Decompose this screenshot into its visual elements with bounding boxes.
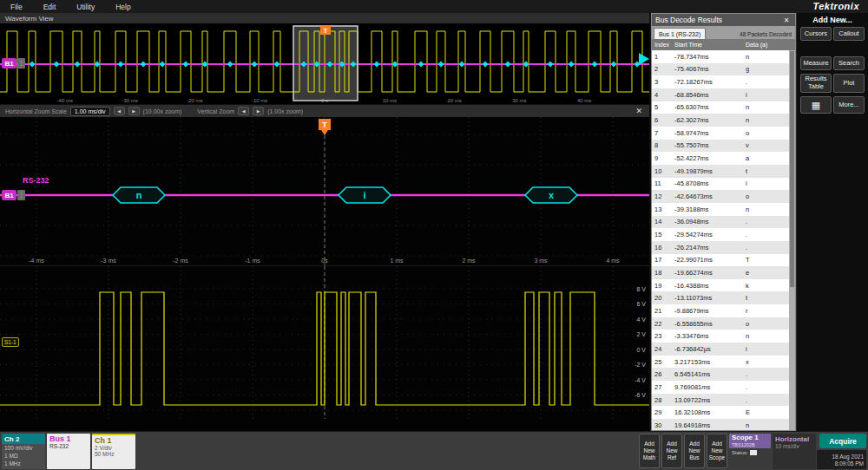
column-data[interactable]: Data (a) xyxy=(746,42,795,48)
decode-row[interactable]: 4-68.8546msi xyxy=(652,88,789,101)
decode-tab-strip: Bus 1 (RS-232) 48 Packets Decoded xyxy=(652,26,795,39)
add-new-math-button[interactable]: AddNewMath xyxy=(639,434,660,468)
cell-data: x xyxy=(746,358,789,366)
decode-row[interactable]: 13-39.3188msn xyxy=(652,203,789,216)
decode-row[interactable]: 3019.64918msn xyxy=(652,419,789,430)
bus1-badge[interactable]: B1 xyxy=(2,190,16,200)
decode-table-header: Index Start Time Data (a) xyxy=(652,39,795,50)
menu-utility[interactable]: Utility xyxy=(66,0,105,13)
decode-row[interactable]: 11-45.8708msi xyxy=(652,178,789,191)
analog-waveform xyxy=(0,292,649,405)
decode-row[interactable]: 21-9.88679msr xyxy=(652,304,789,317)
v-zoom-decrease-button[interactable]: ◀ xyxy=(238,107,249,115)
acquire-button[interactable]: Acquire xyxy=(819,434,866,448)
decode-row[interactable]: 15-29.54274ms. xyxy=(652,228,789,241)
cell-data: T xyxy=(746,256,789,264)
measure-button[interactable]: Measure xyxy=(800,56,832,70)
cell-start-time: 3.217153ms xyxy=(674,358,746,366)
channel-2-badge[interactable]: Ch 2 100 mV/div 1 MΩ 1 MHz xyxy=(2,434,45,469)
decode-row[interactable]: 16-26.2147ms. xyxy=(652,241,789,254)
waveform-flag-icon[interactable] xyxy=(639,53,649,65)
bus1-drag-handle[interactable]: ⋮ xyxy=(17,190,25,200)
cell-index: 8 xyxy=(652,141,674,149)
decode-row[interactable]: 1-78.7347msn xyxy=(652,50,789,63)
cursors-button[interactable]: Cursors xyxy=(800,27,832,41)
decode-row[interactable]: 17-22.99071msT xyxy=(652,254,789,267)
add-new-title: Add New... xyxy=(797,13,868,24)
decode-row[interactable]: 2813.09722ms. xyxy=(652,394,789,407)
bus-decode-view[interactable]: nixT-4 ms-3 ms-2 ms-1 ms0s1 ms2 ms3 ms4 … xyxy=(0,117,649,266)
search-button[interactable]: Search xyxy=(833,56,865,70)
scope-1-badge[interactable]: Scope 1 TBS1202B Status: xyxy=(729,434,771,469)
menu-file[interactable]: File xyxy=(0,0,33,13)
bus-1-badge[interactable]: Bus 1 RS-232 xyxy=(47,434,90,469)
decode-row[interactable]: 19-16.4388msk xyxy=(652,279,789,292)
zoom-close-icon[interactable]: ✕ xyxy=(635,107,644,115)
decode-row[interactable]: 2-75.4067msg xyxy=(652,63,789,76)
decode-row[interactable]: 6-62.3027msn xyxy=(652,114,789,127)
decode-scrollbar[interactable] xyxy=(789,50,795,430)
close-icon[interactable]: ✕ xyxy=(781,16,792,24)
bus1-badge-overview[interactable]: B1 xyxy=(2,58,16,69)
decode-row[interactable]: 18-19.66274mse xyxy=(652,266,789,279)
cell-data: i xyxy=(746,91,789,99)
cell-index: 1 xyxy=(652,53,674,61)
decode-row[interactable]: 266.545141ms. xyxy=(652,368,789,381)
cell-index: 7 xyxy=(652,129,674,137)
analog-waveform-view[interactable]: 8 V6 V4 V2 V0 V-2 V-4 V-6 V S1-1 xyxy=(0,266,649,431)
source-channel-badge[interactable]: S1-1 xyxy=(2,337,19,347)
v-zoom-increase-button[interactable]: ▶ xyxy=(253,107,264,115)
decode-row[interactable]: 279.769081ms. xyxy=(652,381,789,394)
ch1-scale: 2 V/div xyxy=(95,445,133,451)
menu-edit[interactable]: Edit xyxy=(33,0,67,13)
h-zoom-increase-button[interactable]: ▶ xyxy=(128,107,140,115)
decode-row[interactable]: 9-52.4227msa xyxy=(652,152,789,165)
time-axis-label: -1 ms xyxy=(245,258,260,264)
scrollbar-thumb[interactable] xyxy=(790,51,794,287)
more-button[interactable]: More... xyxy=(833,96,865,114)
decode-row[interactable]: 10-49.19879mst xyxy=(652,165,789,178)
decode-row[interactable]: 14-36.0948ms. xyxy=(652,216,789,229)
horizontal-scale-value[interactable]: 1.00 ms/div xyxy=(70,107,110,116)
column-index[interactable]: Index xyxy=(652,42,674,48)
cell-data: o xyxy=(746,320,789,328)
time-axis-label: 3 ms xyxy=(534,258,548,264)
menu-help[interactable]: Help xyxy=(105,0,141,13)
decode-event-diamond xyxy=(482,61,488,67)
decode-row[interactable]: 8-55.7507msv xyxy=(652,140,789,153)
decode-event-diamond xyxy=(159,61,165,67)
results-table-button[interactable]: Results Table xyxy=(800,74,832,93)
decode-row[interactable]: 2916.32108msE xyxy=(652,406,789,419)
decode-row[interactable]: 23-3.33476msn xyxy=(652,330,789,343)
cell-start-time: -36.0948ms xyxy=(674,218,746,225)
decode-row[interactable]: 3-72.18267ms. xyxy=(652,75,789,88)
decode-row[interactable]: 20-13.11073mst xyxy=(652,291,789,304)
waveform-overview[interactable]: -40 ms-30 ms-20 ms-10 ms0 s10 ms20 ms30 … xyxy=(0,24,649,104)
add-new-bus-button[interactable]: AddNewBus xyxy=(684,434,705,468)
plot-button[interactable]: Plot xyxy=(833,74,865,93)
voltage-axis-label: 0 V xyxy=(636,347,646,353)
horizontal-badge[interactable]: Horizontal 10 ms/div xyxy=(773,434,816,469)
decode-row[interactable]: 24-6.736842µsi xyxy=(652,343,789,356)
results-table-icon-button[interactable]: ▦ xyxy=(800,96,832,114)
cell-start-time: -75.4067ms xyxy=(674,65,746,73)
tab-bus1-rs232[interactable]: Bus 1 (RS-232) xyxy=(654,28,706,39)
add-new-ref-button[interactable]: AddNewRef xyxy=(661,434,682,468)
time-axis-label: -3 ms xyxy=(101,258,116,264)
decode-row[interactable]: 5-65.6307msn xyxy=(652,101,789,114)
column-start-time[interactable]: Start Time xyxy=(674,42,746,48)
h-zoom-decrease-button[interactable]: ◀ xyxy=(114,107,125,115)
waveform-view-titlebar[interactable]: Waveform View xyxy=(0,13,649,24)
channel-1-badge[interactable]: Ch 1 2 V/div 50 MHz xyxy=(92,434,135,469)
callout-button[interactable]: Callout xyxy=(833,27,865,41)
decode-row[interactable]: 12-42.64673mso xyxy=(652,190,789,203)
bus1-overview-drag-handle[interactable]: ⋮ xyxy=(17,58,25,69)
decode-window-titlebar[interactable]: Bus Decode Results ✕ xyxy=(652,14,795,26)
decode-row[interactable]: 7-58.9747mso xyxy=(652,127,789,140)
decode-row[interactable]: 253.217153msx xyxy=(652,356,789,369)
add-new-scope-button[interactable]: AddNewScope xyxy=(707,434,727,468)
bus-type-label: RS-232 xyxy=(23,176,49,185)
cell-start-time: -65.6307ms xyxy=(674,103,746,111)
cell-data: . xyxy=(746,383,789,391)
decode-row[interactable]: 22-6.558655mso xyxy=(652,317,789,330)
